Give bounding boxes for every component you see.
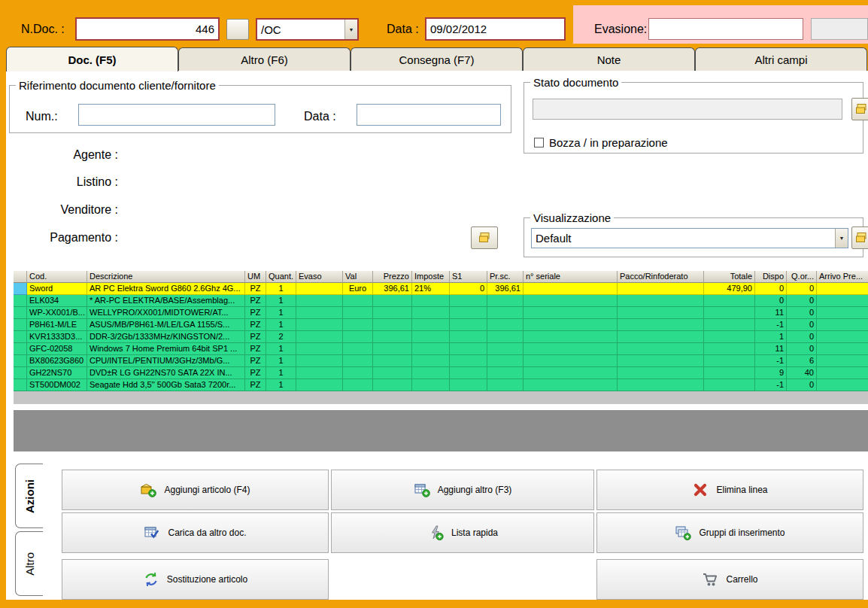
grid-cell [296, 295, 343, 307]
grid-cell: -1 [755, 319, 787, 331]
grid-cell [373, 379, 412, 391]
grid-row[interactable]: GH22NS70DVD±R LG GH22NS70 SATA 22X IN...… [14, 367, 868, 379]
grid-cell: -1 [755, 379, 787, 391]
carrello-button[interactable]: Carrello [596, 559, 863, 600]
grid-row[interactable]: WP-XX001/B...WELLYPRO/XX001/MIDTOWER/AT.… [14, 307, 868, 319]
grid-header-cell[interactable]: n° seriale [524, 271, 618, 283]
evasione-input[interactable] [648, 18, 803, 40]
grid-cell [618, 367, 704, 379]
grid-header-cell[interactable]: Pacco/Rinfoderato [618, 271, 704, 283]
grid-row[interactable]: ELK034* AR-PC ELEKTRA/BASE/Assemblag...P… [14, 295, 868, 307]
pagamento-label: Pagamento : [5, 231, 118, 245]
tab-note[interactable]: Note [523, 47, 695, 71]
stato-documento-tool-button[interactable] [851, 98, 868, 120]
grid-cell: DDR-3/2Gb/1333MHz/KINGSTON/2... [87, 331, 245, 343]
grid-row[interactable]: BX80623G860CPU/INTEL/PENTIUM/3GHz/3Mb/G.… [14, 355, 868, 367]
ndoc-input[interactable] [75, 17, 220, 41]
grid-cell: GFC-02058 [27, 343, 87, 355]
grid-cell [487, 319, 524, 331]
box-add-icon [140, 482, 156, 498]
grid-header-cell[interactable]: Arrivo Pre... [817, 271, 868, 283]
grid-header-cell[interactable]: Totale [704, 271, 755, 283]
sostituzione-articolo-button[interactable]: Sostituzione articolo [62, 559, 329, 600]
grid-row[interactable]: P8H61-M/LEASUS/MB/P8H61-M/LE/LGA 1155/S.… [14, 319, 868, 331]
grid-row[interactable]: KVR1333D3...DDR-3/2Gb/1333MHz/KINGSTON/2… [14, 331, 868, 343]
chevron-down-icon[interactable]: ▼ [835, 229, 848, 248]
row-marker [14, 379, 27, 391]
grid-header-cell[interactable]: Descrizione [87, 271, 245, 283]
grid-header-cell[interactable]: S1 [450, 271, 487, 283]
grid-cell: Windows 7 Home Premium 64bit SP1 ... [87, 343, 245, 355]
grid-cell [618, 331, 704, 343]
grid-cell: PZ [245, 379, 266, 391]
grid-header-cell[interactable]: Prezzo [373, 271, 412, 283]
pagamento-tool-button[interactable] [471, 226, 498, 249]
data-input[interactable] [425, 17, 566, 41]
grid-cell [450, 307, 487, 319]
grid-cell: WP-XX001/B... [27, 307, 87, 319]
tab-doc[interactable]: Doc. (F5) [6, 47, 178, 71]
riferimento-title: Riferimento documento cliente/fornitore [16, 79, 219, 92]
grid-cell [487, 331, 524, 343]
grid-cell [487, 295, 524, 307]
doc-type-value: /OC [257, 23, 285, 36]
grid-cell [450, 355, 487, 367]
visualizzazione-select[interactable]: Default ▼ [531, 228, 848, 248]
doc-type-select[interactable]: /OC ▼ [256, 18, 359, 41]
aggiungi-articolo-button[interactable]: Aggiungi articolo (F4) [62, 470, 329, 510]
grid-header-row: Cod.DescrizioneUMQuant.EvasoValPrezzoImp… [14, 271, 868, 283]
grid-header-cell[interactable]: Cod. [27, 271, 87, 283]
aggiungi-altro-button[interactable]: Aggiungi altro (F3) [331, 470, 594, 510]
money-cards-icon [478, 231, 491, 245]
side-tab-azioni[interactable]: Azioni [15, 464, 43, 528]
grid-header-cell[interactable]: Evaso [296, 271, 343, 283]
grid-header-cell[interactable]: Imposte [412, 271, 450, 283]
grid-row[interactable]: SwordAR PC Elektra Sword G860 2.6Ghz 4G.… [14, 283, 868, 295]
grid-header-cell[interactable]: UM [245, 271, 266, 283]
grid-cell: 0 [787, 295, 817, 307]
grid-header-cell[interactable]: Val [343, 271, 373, 283]
listino-label: Listino : [5, 175, 118, 189]
grid-cell [524, 307, 618, 319]
tab-consegna[interactable]: Consegna (F7) [351, 47, 523, 71]
grid-cell: KVR1333D3... [27, 331, 87, 343]
grid-cell: AR PC Elektra Sword G860 2.6Ghz 4G... [87, 283, 245, 295]
grid-cell [817, 355, 868, 367]
tab-altri-campi[interactable]: Altri campi [695, 47, 867, 71]
grid-cell [296, 355, 343, 367]
grid-header-cell[interactable]: Dispo [755, 271, 787, 283]
grid-header-cell[interactable]: Q.or... [787, 271, 817, 283]
grid-cell [524, 319, 618, 331]
row-marker [14, 319, 27, 331]
chevron-down-icon[interactable]: ▼ [344, 20, 357, 39]
elimina-linea-button[interactable]: Elimina linea [596, 470, 863, 510]
grid-add-icon [414, 482, 430, 498]
grid-header-cell[interactable]: Pr.sc. [487, 271, 524, 283]
aggiungi-altro-label: Aggiungi altro (F3) [438, 485, 512, 495]
sostituzione-articolo-label: Sostituzione articolo [167, 574, 247, 585]
bozza-label: Bozza / in preparazione [549, 136, 668, 149]
grid-row[interactable]: GFC-02058Windows 7 Home Premium 64bit SP… [14, 343, 868, 355]
elimina-linea-label: Elimina linea [716, 485, 767, 495]
bozza-checkbox[interactable] [534, 138, 544, 147]
tab-altro[interactable]: Altro (F6) [178, 47, 351, 71]
stato-documento-field [533, 99, 842, 120]
gruppi-di-inserimento-button[interactable]: Gruppi di inserimento [596, 512, 863, 553]
grid-row[interactable]: ST500DM002Seagate Hdd 3,5'' 500Gb Sata3 … [14, 379, 868, 391]
grid-header-cell[interactable]: Quant. [266, 271, 296, 283]
grid-cell [524, 343, 618, 355]
grid-cell: ST500DM002 [27, 379, 87, 391]
grid-cell: 1 [755, 331, 787, 343]
grid-cell: Sword [27, 283, 87, 295]
visualizzazione-tool-button[interactable] [851, 226, 868, 249]
rif-data-input[interactable] [357, 104, 501, 126]
grid-cell [412, 295, 450, 307]
num-input[interactable] [78, 104, 275, 126]
carica-da-altro-doc-button[interactable]: Carica da altro doc. [62, 512, 329, 553]
row-marker [14, 307, 27, 319]
grid-cell [296, 319, 343, 331]
doc-number-button[interactable] [226, 19, 249, 40]
side-tab-altro[interactable]: Altro [15, 531, 43, 596]
lista-rapida-button[interactable]: Lista rapida [331, 512, 594, 553]
row-marker [14, 355, 27, 367]
